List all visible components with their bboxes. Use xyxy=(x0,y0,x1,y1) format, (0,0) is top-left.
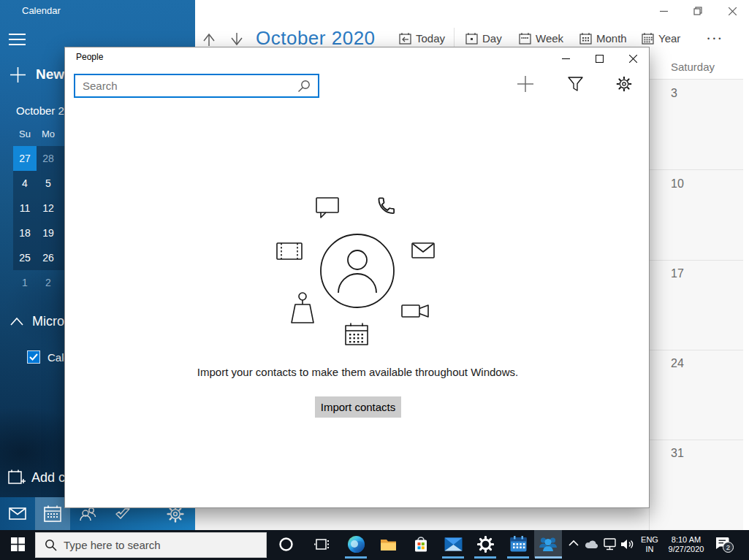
calendar-close-button[interactable] xyxy=(715,0,749,22)
add-contact-button[interactable] xyxy=(517,75,534,93)
people-minimize-button[interactable] xyxy=(549,47,582,70)
mini-date[interactable]: 26 xyxy=(37,245,60,270)
task-view-button[interactable] xyxy=(305,530,338,558)
calendar-icon xyxy=(346,323,368,345)
grid-scrollbar-track[interactable] xyxy=(743,55,749,530)
chevron-up-icon xyxy=(568,540,579,546)
today-label: Today xyxy=(416,32,445,45)
mini-date[interactable]: 11 xyxy=(13,196,37,220)
taskbar-search-input[interactable] xyxy=(64,539,266,551)
more-options-button[interactable]: • • • xyxy=(707,35,721,42)
mini-date[interactable]: 25 xyxy=(13,245,37,270)
windows-logo-icon xyxy=(11,537,25,551)
chevron-up-icon xyxy=(202,31,216,47)
today-button[interactable]: Today xyxy=(399,32,445,45)
cortana-button[interactable] xyxy=(270,530,302,558)
file-explorer-icon xyxy=(380,537,397,551)
hamburger-menu-button[interactable] xyxy=(9,33,26,47)
close-icon xyxy=(729,7,737,15)
language-indicator[interactable]: ENG IN xyxy=(637,535,662,554)
minimize-icon xyxy=(562,55,570,63)
people-window: People xyxy=(64,47,650,508)
add-calendar-icon xyxy=(8,469,26,486)
cloud-icon xyxy=(585,540,599,549)
clock[interactable]: 8:10 AM 9/27/2020 xyxy=(662,535,710,554)
empty-state-message: Import your contacts to make them availa… xyxy=(65,366,650,378)
year-view-button[interactable]: Year xyxy=(642,32,680,45)
day-view-button[interactable]: Day xyxy=(465,32,502,45)
language-code: ENG xyxy=(637,535,662,545)
action-center-button[interactable]: 2 xyxy=(715,537,729,550)
people-close-button[interactable] xyxy=(616,47,650,70)
calendar-app-button[interactable] xyxy=(502,530,534,558)
settings-running-indicator xyxy=(474,556,496,559)
nav-mail-button[interactable] xyxy=(0,497,35,530)
grid-cell-date[interactable]: 31 xyxy=(671,447,684,460)
person-circle-icon xyxy=(321,234,394,307)
settings-button[interactable] xyxy=(616,76,632,92)
mini-day-header: Su xyxy=(13,129,37,139)
start-button[interactable] xyxy=(1,530,34,558)
calendar-restore-button[interactable] xyxy=(681,0,715,22)
edge-button[interactable] xyxy=(340,530,372,558)
week-view-label: Week xyxy=(536,32,563,45)
next-month-button[interactable] xyxy=(229,31,244,47)
grid-cell-date[interactable]: 3 xyxy=(671,87,677,100)
video-camera-icon xyxy=(402,305,428,317)
people-search-box[interactable] xyxy=(74,74,319,98)
grid-cell-date[interactable]: 10 xyxy=(671,177,684,191)
store-button[interactable] xyxy=(405,530,437,558)
notification-count-badge: 2 xyxy=(723,542,734,553)
chevron-up-icon xyxy=(10,318,23,326)
grid-cell-date[interactable]: 17 xyxy=(671,267,684,280)
speaker-icon xyxy=(620,537,635,551)
taskbar-search-box[interactable] xyxy=(35,532,267,558)
mini-date[interactable]: 19 xyxy=(37,220,60,245)
mini-date[interactable]: 27 xyxy=(13,146,37,171)
year-view-icon xyxy=(642,32,654,45)
todo-check-icon xyxy=(115,507,131,520)
previous-month-button[interactable] xyxy=(202,31,216,47)
show-hidden-icons-button[interactable] xyxy=(568,540,579,546)
mail-button[interactable] xyxy=(437,530,469,558)
plus-icon xyxy=(517,75,534,93)
month-view-button[interactable]: Month xyxy=(579,32,627,45)
settings-button[interactable] xyxy=(469,530,501,558)
close-icon xyxy=(629,55,637,63)
filter-button[interactable] xyxy=(568,77,583,92)
import-contacts-button[interactable]: Import contacts xyxy=(315,396,401,418)
cortana-icon xyxy=(278,537,294,552)
mini-date[interactable]: 12 xyxy=(37,196,60,220)
weekday-header-saturday: Saturday xyxy=(671,61,715,73)
edge-running-indicator xyxy=(345,556,367,559)
grid-cell-date[interactable]: 24 xyxy=(671,357,684,370)
new-event-label: New xyxy=(36,66,64,83)
mini-date[interactable]: 18 xyxy=(13,220,37,245)
tray-time: 8:10 AM xyxy=(662,535,710,545)
mini-date[interactable]: 2 xyxy=(37,270,60,295)
new-event-button[interactable]: New xyxy=(10,66,64,83)
calendar-minimize-button[interactable] xyxy=(647,0,680,22)
mini-date[interactable]: 5 xyxy=(37,171,60,196)
calendar-icon xyxy=(44,505,61,522)
network-tray-button[interactable] xyxy=(604,537,617,551)
onedrive-tray-button[interactable] xyxy=(585,540,599,549)
month-view-icon xyxy=(579,32,592,45)
mini-date[interactable]: 4 xyxy=(13,171,37,196)
search-icon[interactable] xyxy=(297,80,311,93)
people-maximize-button[interactable] xyxy=(582,47,616,70)
people-search-input[interactable] xyxy=(75,80,297,92)
mini-date[interactable]: 28 xyxy=(37,146,60,171)
task-view-icon xyxy=(314,537,329,551)
hamburger-icon xyxy=(9,33,26,47)
app-title: Calendar xyxy=(22,5,61,16)
checked-checkbox[interactable] xyxy=(27,350,40,364)
mini-date[interactable]: 1 xyxy=(13,270,37,295)
week-view-button[interactable]: Week xyxy=(519,32,563,45)
envelope-icon xyxy=(412,243,434,258)
file-explorer-button[interactable] xyxy=(372,530,404,558)
people-app-button-active[interactable] xyxy=(534,530,562,558)
microsoft-store-icon xyxy=(413,536,429,553)
volume-tray-button[interactable] xyxy=(620,537,635,551)
checkmark-icon xyxy=(29,353,38,361)
